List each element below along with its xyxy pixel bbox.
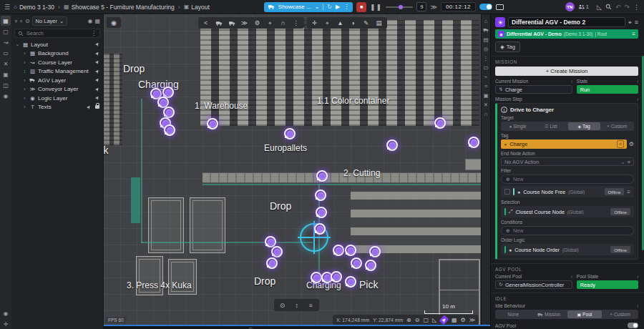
info-icon[interactable]: i xyxy=(571,274,572,279)
agv-tool-icon[interactable]: ▭ xyxy=(1,48,11,58)
current-mission-value[interactable]: ↯Charge xyxy=(495,85,572,94)
idle-option-none[interactable]: None xyxy=(496,310,531,318)
idle-option-pool[interactable]: ▣Pool xyxy=(567,310,602,318)
target-option-list[interactable]: ☰List xyxy=(535,122,567,130)
filter-node-card[interactable]: ● Course Node Free (Global) Offline ≡ xyxy=(501,186,634,197)
cursor-disabled-icon[interactable]: ➤ xyxy=(94,95,101,102)
light-tool-icon[interactable]: ◉ xyxy=(1,308,11,318)
info-icon[interactable]: i xyxy=(637,303,638,308)
plug-panel-icon[interactable]: ⌁ xyxy=(484,73,488,80)
filter-add-input[interactable]: ⊕ New xyxy=(501,175,634,184)
layout-tool-icon[interactable]: ▦ xyxy=(1,16,11,26)
chevron-right-icon[interactable]: › xyxy=(22,78,27,83)
marker-tool-icon[interactable]: ⌖ xyxy=(322,18,333,28)
pin-tool-icon[interactable]: ⌖ xyxy=(265,18,276,28)
conditions-add-input[interactable]: ⊕ New xyxy=(501,226,634,235)
magnet-panel-icon[interactable]: ∩ xyxy=(484,110,487,117)
agv-marker[interactable] xyxy=(164,124,175,136)
current-pool-value[interactable]: ↻GeneralMissionController xyxy=(495,280,572,289)
logic-tool-icon[interactable]: ◉ xyxy=(1,91,11,101)
floor-tool-icon[interactable]: ▢ xyxy=(1,26,11,36)
kebab-menu-icon[interactable]: ⋮ xyxy=(633,4,640,11)
end-node-action-select[interactable]: No AGV Action ⌄ ≡ xyxy=(501,157,634,166)
layer-search-input[interactable] xyxy=(26,30,88,36)
breadcrumb-home[interactable]: ⌂Demo 3 1-30 xyxy=(14,4,54,11)
home-icon[interactable]: ⌂ xyxy=(484,17,488,24)
layer-search[interactable]: ⋮ xyxy=(14,29,100,38)
offline-badge[interactable]: Offline xyxy=(605,188,625,195)
agv-group-icon[interactable] xyxy=(226,18,238,28)
agv-add-icon[interactable] xyxy=(213,18,225,28)
offline-badge[interactable]: Offline xyxy=(610,246,630,253)
list-icon[interactable]: ≡ xyxy=(305,300,317,310)
recenter-icon[interactable]: ⊙ xyxy=(276,300,288,310)
fullscreen-icon[interactable] xyxy=(496,4,504,10)
info-icon[interactable]: i xyxy=(637,79,638,84)
info-icon[interactable]: i xyxy=(637,274,638,279)
fit-vertical-icon[interactable]: ↕ xyxy=(291,300,303,310)
settings-icon[interactable]: ⊙ xyxy=(25,18,30,24)
agv-marker[interactable] xyxy=(284,128,296,139)
agv-marker[interactable] xyxy=(271,246,283,257)
select-cursor-icon[interactable]: ➤ xyxy=(439,315,449,325)
cursor-disabled-icon[interactable]: ➤ xyxy=(85,104,92,110)
tree-row-background[interactable]: ›▦ Background➤ xyxy=(11,49,103,59)
chevron-right-icon[interactable]: › xyxy=(22,104,27,109)
active-indicator-icon[interactable]: ↕ xyxy=(22,69,27,74)
agv-marker[interactable] xyxy=(369,246,381,257)
conveyor-tool-icon[interactable]: ≫ xyxy=(239,18,250,28)
cursor-disabled-icon[interactable]: ➤ xyxy=(94,86,101,92)
menu-icon[interactable]: ≡ xyxy=(628,159,630,165)
grid-icon[interactable]: ▦ xyxy=(94,18,100,24)
agv-pool-toggle[interactable] xyxy=(628,323,638,328)
slider-thumb[interactable] xyxy=(399,5,403,9)
restart-button[interactable]: ↻ xyxy=(327,4,332,10)
station-tool-icon[interactable]: ✛ xyxy=(309,18,321,28)
target-option-custom[interactable]: ⌖Custom xyxy=(601,122,633,130)
agv-marker[interactable] xyxy=(331,271,342,283)
panel-menu-icon[interactable]: ≡ xyxy=(635,19,638,26)
draw-tool-icon[interactable]: ✎ xyxy=(361,18,372,28)
checkbox[interactable] xyxy=(504,189,510,195)
traffic-tool-icon[interactable]: ✕ xyxy=(1,59,11,69)
cursor-disabled-icon[interactable]: ➤ xyxy=(94,77,101,84)
layer-filter-select[interactable]: No Layer⌄ xyxy=(32,16,68,26)
pick-on-map-icon[interactable]: ⌖ xyxy=(628,19,632,26)
agv-marker[interactable] xyxy=(314,223,326,235)
map-canvas[interactable]: DropChargingPick1. Warehouse1.1 Color co… xyxy=(104,14,481,329)
agv-marker[interactable] xyxy=(351,257,362,269)
comment-tool-icon[interactable]: ◗ xyxy=(348,18,359,28)
search-options-icon[interactable]: ⋮ xyxy=(91,30,97,36)
agv-marker[interactable] xyxy=(365,260,376,271)
agv-marker[interactable] xyxy=(386,139,398,151)
agv-marker[interactable] xyxy=(316,207,327,218)
traffic-panel-icon[interactable]: ✕ xyxy=(484,101,488,108)
stop-button[interactable]: ■ xyxy=(356,2,366,12)
agv-marker[interactable] xyxy=(468,137,479,148)
breadcrumb-project[interactable]: ▦Showcase 5 - Furniture Manufacturing xyxy=(64,4,175,11)
chevron-right-icon[interactable]: › xyxy=(22,60,27,65)
target-option-single[interactable]: ●Single xyxy=(502,122,534,130)
canvas-settings-icon[interactable]: ⚙ xyxy=(460,317,465,323)
tag-value-select[interactable]: ● Charge ≡ xyxy=(501,139,627,149)
idle-option-mission[interactable]: Mission xyxy=(532,310,567,318)
cone-tool-icon[interactable]: ▲ xyxy=(335,18,346,28)
entity-breadcrumb[interactable]: ◉ Differential AGV - Demo (Demo 3 1-30) … xyxy=(495,29,638,39)
agv-marker[interactable] xyxy=(345,245,356,256)
agv-panel-icon[interactable] xyxy=(483,26,489,34)
tree-row-layout[interactable]: ⌄▦ Layout➤ xyxy=(11,40,103,49)
breadcrumb-layout[interactable]: ▣Layout xyxy=(184,4,210,11)
hamburger-menu-icon[interactable]: ☰ xyxy=(4,4,10,11)
tree-row-conveyor-layer[interactable]: ›≫ Conveyor Layer➤ xyxy=(11,85,103,94)
user-avatar[interactable]: TN xyxy=(565,2,575,11)
cursor-disabled-icon[interactable]: ➤ xyxy=(94,41,101,48)
box-tool-icon[interactable]: ▣ xyxy=(1,69,11,79)
breadcrumb-menu-icon[interactable]: ≡ xyxy=(632,31,635,37)
connect-tool-icon[interactable]: < xyxy=(200,18,212,28)
course-tool-icon[interactable]: ↝ xyxy=(1,37,11,47)
redo-button[interactable]: ↷ xyxy=(624,4,630,11)
cursor-disabled-icon[interactable]: ➤ xyxy=(94,59,101,66)
speed-value[interactable]: 9 xyxy=(416,2,426,11)
agv-marker[interactable] xyxy=(434,117,446,129)
agv-marker[interactable] xyxy=(315,190,326,201)
